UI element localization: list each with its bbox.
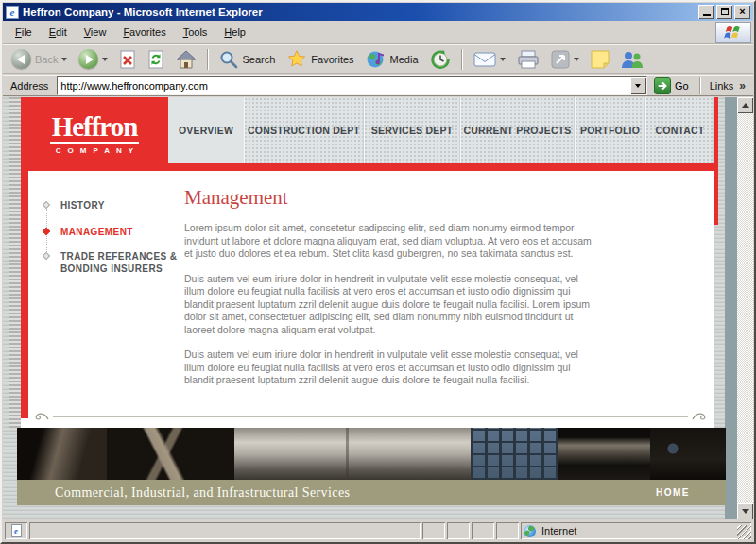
tab-contact[interactable]: CONTACT	[645, 97, 714, 163]
go-button[interactable]: Go	[652, 76, 695, 95]
stop-button[interactable]	[116, 48, 139, 71]
back-button[interactable]: Back	[9, 47, 70, 71]
edit-icon	[551, 50, 570, 69]
diamond-bullet-icon	[43, 252, 50, 260]
main-navigation: OVERVIEW CONSTRUCTION DEPT SERVICES DEPT…	[168, 97, 714, 163]
discuss-button[interactable]	[588, 48, 612, 71]
logo-title: Heffron	[50, 113, 140, 144]
scroll-up-button[interactable]	[737, 97, 753, 113]
sidebar-item-management[interactable]: MANAGEMENT	[43, 226, 195, 238]
footer-photo	[17, 428, 726, 480]
toolbar-separator	[461, 49, 463, 70]
site-logo[interactable]: Heffron COMPANY	[21, 97, 168, 171]
menu-file[interactable]: File	[7, 24, 41, 41]
photo-section	[558, 428, 650, 480]
arrow-down-icon	[742, 509, 749, 514]
vertical-scrollbar[interactable]	[737, 97, 753, 519]
content-area: HISTORY MANAGEMENT TRADE REFERANCES & BO…	[21, 171, 714, 428]
sidebar-item-history[interactable]: HISTORY	[43, 199, 195, 212]
mail-icon	[473, 51, 496, 68]
sidebar-item-label: HISTORY	[60, 199, 187, 212]
search-button[interactable]: Search	[216, 48, 278, 71]
home-link[interactable]: HOME	[656, 487, 690, 498]
tab-construction-dept[interactable]: CONSTRUCTION DEPT	[244, 97, 364, 163]
heffron-site: Heffron COMPANY OVERVIEW CONSTRUCTION DE…	[9, 97, 718, 505]
window-title: Heffron Company - Microsoft Internet Exp…	[23, 7, 696, 18]
tab-current-projects[interactable]: CURRENT PROJECTS	[460, 97, 575, 163]
favorites-button[interactable]: Favorites	[284, 47, 356, 71]
edit-button[interactable]	[548, 48, 582, 71]
messenger-icon	[621, 50, 644, 69]
chevron-more-icon: »	[739, 79, 746, 93]
restore-button[interactable]	[716, 5, 732, 19]
diamond-bullet-icon	[43, 201, 50, 209]
address-label: Address	[7, 80, 52, 92]
ornamental-divider	[34, 411, 707, 422]
links-toolbar[interactable]: Links »	[706, 79, 749, 93]
windows-logo-throbber	[715, 22, 751, 43]
forward-button[interactable]	[76, 47, 111, 71]
sidebar-item-trade-references[interactable]: TRADE REFERANCES & BONDING INSURERS	[43, 250, 195, 275]
footer-tagline: Commercial, Industrial, and Infrastructu…	[55, 485, 350, 501]
menu-bar: File Edit View Favorites Tools Help	[3, 21, 753, 44]
address-bar: Address Go Links »	[3, 75, 753, 96]
photo-section	[17, 428, 107, 480]
media-label: Media	[390, 54, 419, 65]
menu-view[interactable]: View	[76, 24, 115, 41]
page-title: Management	[184, 186, 593, 210]
header-red-rule	[168, 163, 714, 171]
print-icon	[517, 50, 540, 69]
menu-edit[interactable]: Edit	[41, 24, 76, 41]
menu-help[interactable]: Help	[215, 24, 254, 41]
history-icon	[430, 49, 451, 70]
photo-section	[107, 428, 234, 480]
sidebar-item-label: MANAGEMENT	[60, 226, 187, 238]
stop-icon	[119, 50, 136, 69]
menu-favorites[interactable]: Favorites	[114, 24, 174, 41]
security-zone-pane: Internet	[521, 522, 751, 539]
refresh-button[interactable]	[145, 48, 167, 71]
address-dropdown-button[interactable]	[630, 77, 646, 94]
print-button[interactable]	[514, 48, 542, 71]
tab-portfolio[interactable]: PORTFOLIO	[575, 97, 645, 163]
resize-grip[interactable]	[737, 525, 751, 539]
search-icon	[219, 50, 238, 69]
sidebar-red-stripe	[21, 171, 28, 418]
address-combo	[57, 76, 647, 95]
links-separator	[699, 77, 701, 94]
header-red-edge	[714, 97, 718, 225]
tab-overview[interactable]: OVERVIEW	[168, 97, 244, 163]
discuss-note-icon	[591, 50, 610, 69]
menu-tools[interactable]: Tools	[175, 24, 216, 41]
mail-button[interactable]	[471, 49, 508, 70]
zone-label: Internet	[541, 525, 576, 536]
ie-document-icon: e	[11, 524, 22, 537]
diamond-bullet-icon	[43, 228, 50, 235]
minimize-button[interactable]	[698, 5, 714, 19]
flourish-icon	[692, 411, 707, 421]
favorites-label: Favorites	[311, 54, 353, 65]
ie-logo-icon: e	[6, 6, 19, 19]
address-input[interactable]	[58, 78, 630, 94]
home-icon	[176, 50, 197, 69]
messenger-button[interactable]	[618, 48, 646, 71]
page-background-band	[725, 97, 737, 519]
history-button[interactable]	[427, 47, 454, 72]
forward-dropdown-icon	[102, 58, 108, 61]
photo-section	[471, 428, 558, 480]
tab-services-dept[interactable]: SERVICES DEPT	[364, 97, 460, 163]
body-paragraph: Lorem ipsum dolor sit amet, consetetur s…	[184, 222, 593, 261]
chevron-down-icon	[635, 84, 641, 88]
scroll-down-button[interactable]	[737, 503, 753, 519]
edit-dropdown-icon	[574, 58, 579, 61]
photo-section	[650, 428, 726, 480]
back-label: Back	[35, 54, 58, 65]
close-button[interactable]: ×	[734, 5, 750, 19]
favorites-star-icon	[286, 49, 307, 69]
body-paragraph: Duis autem vel eum iriure dolor in hendr…	[184, 348, 593, 387]
back-dropdown-icon	[61, 58, 67, 61]
home-button[interactable]	[173, 48, 199, 71]
media-button[interactable]: Media	[363, 47, 421, 72]
main-content: Management Lorem ipsum dolor sit amet, c…	[184, 186, 593, 400]
arrow-up-icon	[742, 103, 749, 108]
